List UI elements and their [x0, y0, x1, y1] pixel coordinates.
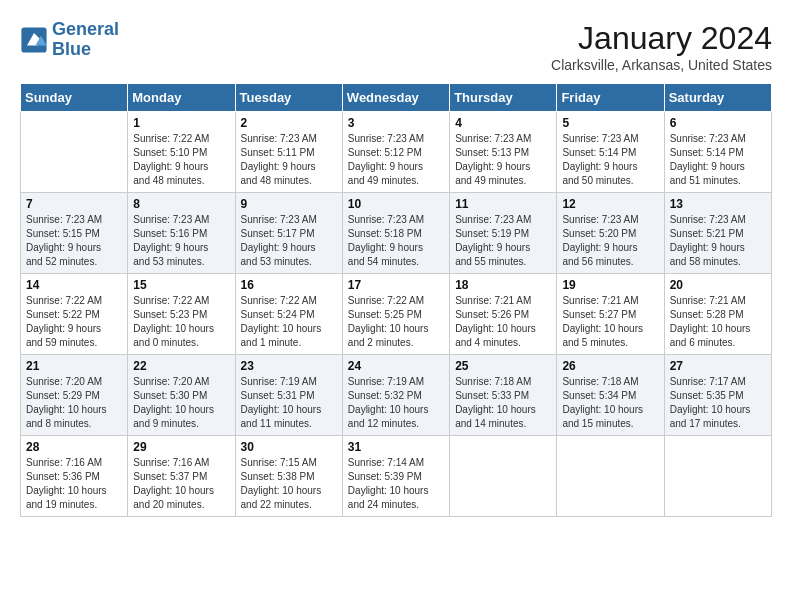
- calendar-cell: 30Sunrise: 7:15 AMSunset: 5:38 PMDayligh…: [235, 436, 342, 517]
- calendar-week-2: 7Sunrise: 7:23 AMSunset: 5:15 PMDaylight…: [21, 193, 772, 274]
- day-number: 17: [348, 278, 444, 292]
- day-info: Sunrise: 7:23 AMSunset: 5:14 PMDaylight:…: [670, 132, 766, 188]
- calendar-cell: 9Sunrise: 7:23 AMSunset: 5:17 PMDaylight…: [235, 193, 342, 274]
- calendar-cell: 25Sunrise: 7:18 AMSunset: 5:33 PMDayligh…: [450, 355, 557, 436]
- calendar-cell: 8Sunrise: 7:23 AMSunset: 5:16 PMDaylight…: [128, 193, 235, 274]
- calendar-cell: [21, 112, 128, 193]
- calendar-cell: 12Sunrise: 7:23 AMSunset: 5:20 PMDayligh…: [557, 193, 664, 274]
- day-info: Sunrise: 7:21 AMSunset: 5:28 PMDaylight:…: [670, 294, 766, 350]
- day-info: Sunrise: 7:18 AMSunset: 5:34 PMDaylight:…: [562, 375, 658, 431]
- weekday-header-friday: Friday: [557, 84, 664, 112]
- logo-icon: [20, 26, 48, 54]
- weekday-header-sunday: Sunday: [21, 84, 128, 112]
- day-number: 7: [26, 197, 122, 211]
- day-number: 28: [26, 440, 122, 454]
- calendar-cell: 24Sunrise: 7:19 AMSunset: 5:32 PMDayligh…: [342, 355, 449, 436]
- title-block: January 2024 Clarksville, Arkansas, Unit…: [551, 20, 772, 73]
- calendar-cell: 21Sunrise: 7:20 AMSunset: 5:29 PMDayligh…: [21, 355, 128, 436]
- day-info: Sunrise: 7:22 AMSunset: 5:10 PMDaylight:…: [133, 132, 229, 188]
- weekday-header-saturday: Saturday: [664, 84, 771, 112]
- day-number: 8: [133, 197, 229, 211]
- calendar-week-5: 28Sunrise: 7:16 AMSunset: 5:36 PMDayligh…: [21, 436, 772, 517]
- day-info: Sunrise: 7:23 AMSunset: 5:21 PMDaylight:…: [670, 213, 766, 269]
- day-number: 5: [562, 116, 658, 130]
- day-info: Sunrise: 7:15 AMSunset: 5:38 PMDaylight:…: [241, 456, 337, 512]
- logo-text: General Blue: [52, 20, 119, 60]
- calendar-cell: 14Sunrise: 7:22 AMSunset: 5:22 PMDayligh…: [21, 274, 128, 355]
- day-number: 21: [26, 359, 122, 373]
- calendar-cell: [450, 436, 557, 517]
- day-number: 15: [133, 278, 229, 292]
- calendar-cell: 2Sunrise: 7:23 AMSunset: 5:11 PMDaylight…: [235, 112, 342, 193]
- weekday-header-wednesday: Wednesday: [342, 84, 449, 112]
- calendar-cell: 22Sunrise: 7:20 AMSunset: 5:30 PMDayligh…: [128, 355, 235, 436]
- day-number: 14: [26, 278, 122, 292]
- day-info: Sunrise: 7:19 AMSunset: 5:32 PMDaylight:…: [348, 375, 444, 431]
- calendar-cell: 1Sunrise: 7:22 AMSunset: 5:10 PMDaylight…: [128, 112, 235, 193]
- calendar-cell: 4Sunrise: 7:23 AMSunset: 5:13 PMDaylight…: [450, 112, 557, 193]
- calendar-cell: 10Sunrise: 7:23 AMSunset: 5:18 PMDayligh…: [342, 193, 449, 274]
- day-info: Sunrise: 7:23 AMSunset: 5:16 PMDaylight:…: [133, 213, 229, 269]
- day-info: Sunrise: 7:23 AMSunset: 5:11 PMDaylight:…: [241, 132, 337, 188]
- day-info: Sunrise: 7:22 AMSunset: 5:23 PMDaylight:…: [133, 294, 229, 350]
- day-number: 3: [348, 116, 444, 130]
- day-number: 10: [348, 197, 444, 211]
- day-number: 22: [133, 359, 229, 373]
- day-number: 23: [241, 359, 337, 373]
- calendar-header-row: SundayMondayTuesdayWednesdayThursdayFrid…: [21, 84, 772, 112]
- weekday-header-thursday: Thursday: [450, 84, 557, 112]
- weekday-header-monday: Monday: [128, 84, 235, 112]
- day-info: Sunrise: 7:23 AMSunset: 5:19 PMDaylight:…: [455, 213, 551, 269]
- calendar-week-4: 21Sunrise: 7:20 AMSunset: 5:29 PMDayligh…: [21, 355, 772, 436]
- calendar-cell: 11Sunrise: 7:23 AMSunset: 5:19 PMDayligh…: [450, 193, 557, 274]
- day-number: 29: [133, 440, 229, 454]
- calendar-week-3: 14Sunrise: 7:22 AMSunset: 5:22 PMDayligh…: [21, 274, 772, 355]
- calendar-cell: 17Sunrise: 7:22 AMSunset: 5:25 PMDayligh…: [342, 274, 449, 355]
- calendar-cell: 23Sunrise: 7:19 AMSunset: 5:31 PMDayligh…: [235, 355, 342, 436]
- calendar-cell: 13Sunrise: 7:23 AMSunset: 5:21 PMDayligh…: [664, 193, 771, 274]
- day-info: Sunrise: 7:23 AMSunset: 5:20 PMDaylight:…: [562, 213, 658, 269]
- calendar-cell: 20Sunrise: 7:21 AMSunset: 5:28 PMDayligh…: [664, 274, 771, 355]
- day-number: 18: [455, 278, 551, 292]
- day-info: Sunrise: 7:23 AMSunset: 5:14 PMDaylight:…: [562, 132, 658, 188]
- calendar-cell: 18Sunrise: 7:21 AMSunset: 5:26 PMDayligh…: [450, 274, 557, 355]
- month-title: January 2024: [551, 20, 772, 57]
- calendar-cell: 7Sunrise: 7:23 AMSunset: 5:15 PMDaylight…: [21, 193, 128, 274]
- day-info: Sunrise: 7:21 AMSunset: 5:27 PMDaylight:…: [562, 294, 658, 350]
- day-info: Sunrise: 7:23 AMSunset: 5:15 PMDaylight:…: [26, 213, 122, 269]
- day-number: 4: [455, 116, 551, 130]
- day-info: Sunrise: 7:16 AMSunset: 5:36 PMDaylight:…: [26, 456, 122, 512]
- day-number: 2: [241, 116, 337, 130]
- day-number: 11: [455, 197, 551, 211]
- day-number: 30: [241, 440, 337, 454]
- day-number: 1: [133, 116, 229, 130]
- day-number: 31: [348, 440, 444, 454]
- day-info: Sunrise: 7:18 AMSunset: 5:33 PMDaylight:…: [455, 375, 551, 431]
- day-info: Sunrise: 7:14 AMSunset: 5:39 PMDaylight:…: [348, 456, 444, 512]
- day-number: 26: [562, 359, 658, 373]
- calendar-body: 1Sunrise: 7:22 AMSunset: 5:10 PMDaylight…: [21, 112, 772, 517]
- calendar-cell: 3Sunrise: 7:23 AMSunset: 5:12 PMDaylight…: [342, 112, 449, 193]
- day-info: Sunrise: 7:21 AMSunset: 5:26 PMDaylight:…: [455, 294, 551, 350]
- calendar-cell: 16Sunrise: 7:22 AMSunset: 5:24 PMDayligh…: [235, 274, 342, 355]
- day-number: 20: [670, 278, 766, 292]
- calendar-cell: 27Sunrise: 7:17 AMSunset: 5:35 PMDayligh…: [664, 355, 771, 436]
- calendar-cell: 5Sunrise: 7:23 AMSunset: 5:14 PMDaylight…: [557, 112, 664, 193]
- calendar-week-1: 1Sunrise: 7:22 AMSunset: 5:10 PMDaylight…: [21, 112, 772, 193]
- page-header: General Blue January 2024 Clarksville, A…: [20, 20, 772, 73]
- day-number: 27: [670, 359, 766, 373]
- day-info: Sunrise: 7:23 AMSunset: 5:17 PMDaylight:…: [241, 213, 337, 269]
- calendar-cell: 28Sunrise: 7:16 AMSunset: 5:36 PMDayligh…: [21, 436, 128, 517]
- day-info: Sunrise: 7:23 AMSunset: 5:13 PMDaylight:…: [455, 132, 551, 188]
- day-number: 9: [241, 197, 337, 211]
- day-number: 24: [348, 359, 444, 373]
- day-number: 12: [562, 197, 658, 211]
- day-info: Sunrise: 7:22 AMSunset: 5:24 PMDaylight:…: [241, 294, 337, 350]
- day-info: Sunrise: 7:17 AMSunset: 5:35 PMDaylight:…: [670, 375, 766, 431]
- location: Clarksville, Arkansas, United States: [551, 57, 772, 73]
- day-info: Sunrise: 7:22 AMSunset: 5:22 PMDaylight:…: [26, 294, 122, 350]
- calendar-cell: [557, 436, 664, 517]
- calendar-cell: 26Sunrise: 7:18 AMSunset: 5:34 PMDayligh…: [557, 355, 664, 436]
- calendar-cell: [664, 436, 771, 517]
- day-number: 19: [562, 278, 658, 292]
